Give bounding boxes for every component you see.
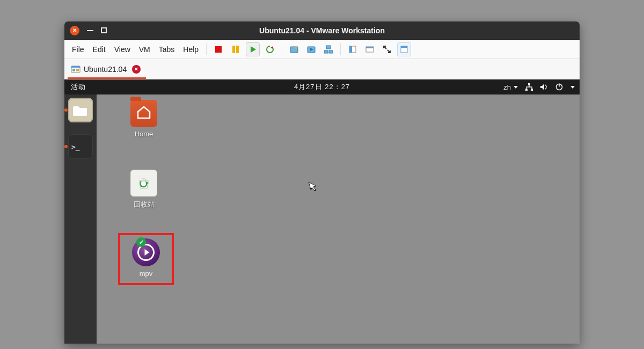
svg-rect-24 xyxy=(525,89,528,91)
tabbar: Ubuntu21.04 xyxy=(64,59,580,79)
menu-group: File Edit View VM Tabs Help xyxy=(68,43,203,56)
svg-rect-9 xyxy=(326,46,331,49)
desktop-icon-trash[interactable]: 回收站 xyxy=(118,170,170,209)
snapshot-manager-icon[interactable] xyxy=(304,42,318,56)
window-minimize-button[interactable] xyxy=(87,30,93,31)
unity-mode-icon[interactable] xyxy=(397,42,411,56)
titlebar[interactable]: Ubuntu21.04 - VMware Workstation xyxy=(64,21,580,40)
svg-marker-4 xyxy=(270,46,273,49)
ime-indicator[interactable]: zh xyxy=(503,83,518,91)
svg-rect-20 xyxy=(72,69,75,71)
power-icon[interactable] xyxy=(555,83,564,91)
vmware-window: Ubuntu21.04 - VMware Workstation File Ed… xyxy=(64,21,580,344)
pause-icon[interactable] xyxy=(229,42,243,56)
window-title: Ubuntu21.04 - VMware Workstation xyxy=(64,26,580,35)
activities-button[interactable]: 活动 xyxy=(69,82,88,92)
terminal-icon: >_ xyxy=(68,134,93,159)
window-controls xyxy=(64,26,107,35)
clock[interactable]: 4月27日 22：27 xyxy=(64,82,580,92)
svg-rect-13 xyxy=(349,46,352,53)
menu-edit[interactable]: Edit xyxy=(89,43,110,56)
separator xyxy=(282,43,282,55)
svg-marker-22 xyxy=(514,86,518,89)
svg-rect-11 xyxy=(329,50,333,53)
gnome-top-bar: 活动 4月27日 22：27 zh xyxy=(64,79,580,94)
emblem-ok-icon xyxy=(136,237,146,247)
snapshot-tree-icon[interactable] xyxy=(321,42,335,56)
svg-rect-19 xyxy=(71,66,80,68)
mpv-label: mpv xyxy=(123,270,169,278)
tab-close-icon[interactable] xyxy=(132,65,141,74)
home-label: Home xyxy=(118,130,170,138)
svg-marker-29 xyxy=(570,86,575,89)
folder-home-icon xyxy=(130,100,157,127)
tab-label: Ubuntu21.04 xyxy=(84,65,127,74)
window-close-button[interactable] xyxy=(70,26,79,35)
svg-rect-23 xyxy=(528,83,530,85)
volume-icon[interactable] xyxy=(540,83,548,91)
svg-rect-28 xyxy=(559,84,560,87)
desktop[interactable]: >_ Home 回收站 xyxy=(64,94,580,344)
svg-rect-0 xyxy=(215,46,222,53)
network-icon[interactable] xyxy=(525,83,533,91)
expand-icon[interactable] xyxy=(570,84,575,90)
dock-terminal[interactable]: >_ xyxy=(64,134,97,159)
svg-point-6 xyxy=(295,47,297,49)
trash-icon xyxy=(130,170,157,197)
tab-ubuntu[interactable]: Ubuntu21.04 xyxy=(68,60,146,79)
files-icon xyxy=(68,98,93,122)
power-off-icon[interactable] xyxy=(211,42,225,56)
menu-vm[interactable]: VM xyxy=(135,43,155,56)
svg-marker-3 xyxy=(251,46,256,53)
menubar: File Edit View VM Tabs Help xyxy=(64,40,580,59)
svg-rect-10 xyxy=(324,50,328,53)
window-maximize-button[interactable] xyxy=(101,27,107,33)
trash-label: 回收站 xyxy=(118,200,170,209)
tile-icon[interactable] xyxy=(346,42,360,56)
separator xyxy=(340,43,341,55)
svg-marker-26 xyxy=(540,84,544,90)
svg-rect-1 xyxy=(232,46,235,53)
console-view-icon[interactable] xyxy=(363,42,377,56)
vm-tab-icon xyxy=(71,64,80,74)
svg-rect-17 xyxy=(401,46,407,48)
fullscreen-icon[interactable] xyxy=(380,42,394,56)
snapshot-icon[interactable] xyxy=(287,42,301,56)
system-tray: zh xyxy=(503,83,575,91)
menu-help[interactable]: Help xyxy=(179,43,203,56)
svg-rect-25 xyxy=(531,89,533,91)
svg-rect-15 xyxy=(366,47,374,48)
dock-files[interactable] xyxy=(64,98,97,122)
guest-viewport: 活动 4月27日 22：27 zh xyxy=(64,79,580,344)
restart-icon[interactable] xyxy=(263,42,277,56)
play-icon[interactable] xyxy=(246,42,260,56)
menu-tabs[interactable]: Tabs xyxy=(155,43,179,56)
desktop-icon-home[interactable]: Home xyxy=(118,100,170,138)
svg-rect-21 xyxy=(76,69,79,71)
menu-view[interactable]: View xyxy=(110,43,135,56)
svg-rect-2 xyxy=(236,46,239,53)
menu-file[interactable]: File xyxy=(68,43,89,56)
desktop-icon-mpv[interactable]: mpv xyxy=(118,233,174,285)
dock: >_ xyxy=(64,94,97,344)
separator xyxy=(206,43,207,55)
